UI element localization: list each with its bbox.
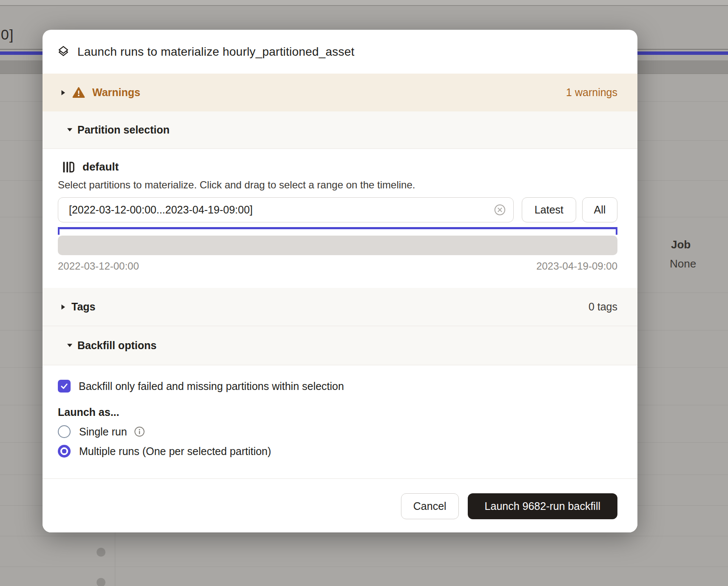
partition-selection-header: Partition selection [77, 124, 170, 136]
background-table-row-line [0, 536, 728, 536]
background-partial-input-text: 0] [1, 26, 14, 43]
dialog-header: Launch runs to materialize hourly_partit… [43, 30, 637, 74]
backfill-options-body: Backfill only failed and missing partiti… [43, 365, 637, 478]
launch-runs-dialog: Launch runs to materialize hourly_partit… [43, 30, 637, 532]
chevron-right-icon [61, 90, 65, 96]
tags-count-badge: 0 tags [589, 301, 617, 313]
partition-range-row: Latest All [58, 197, 617, 222]
launch-backfill-button[interactable]: Launch 9682-run backfill [468, 493, 617, 519]
all-button[interactable]: All [582, 197, 617, 222]
cancel-button[interactable]: Cancel [401, 493, 459, 519]
chevron-down-icon [67, 128, 73, 132]
background-table-row-line [0, 566, 728, 567]
partition-dimension-name: default [82, 160, 119, 174]
checkbox-checked-icon[interactable] [58, 380, 71, 393]
timeline-end-label: 2023-04-19-09:00 [536, 260, 617, 272]
warnings-count-badge: 1 warnings [566, 86, 617, 99]
range-end-tick [616, 229, 617, 235]
partition-help-text: Select partitions to materialize. Click … [58, 179, 617, 191]
chevron-right-icon [61, 304, 65, 310]
partition-timeline[interactable] [58, 236, 617, 255]
dialog-footer: Cancel Launch 9682-run backfill [43, 478, 637, 532]
background-status-dot [97, 578, 105, 586]
single-run-radio[interactable]: Single run [58, 425, 617, 438]
backfill-only-failed-checkbox[interactable]: Backfill only failed and missing partiti… [58, 365, 617, 393]
single-run-label: Single run [79, 426, 127, 438]
radio-selected-icon[interactable] [58, 445, 71, 458]
radio-unselected-icon[interactable] [58, 425, 71, 438]
spacer [139, 260, 536, 272]
partition-range-input-wrap [58, 197, 514, 222]
checkbox-label: Backfill only failed and missing partiti… [79, 380, 344, 393]
partition-dimension-row: default [58, 149, 617, 174]
background-job-column-header: Job [671, 238, 691, 251]
background-toolbar [0, 0, 728, 6]
multiple-runs-label: Multiple runs (One per selected partitio… [79, 445, 271, 458]
latest-button[interactable]: Latest [522, 197, 576, 222]
range-start-tick [58, 229, 60, 235]
tags-header: Tags [71, 301, 96, 313]
partition-selection-body: default Select partitions to materialize… [43, 149, 637, 288]
tags-section-toggle[interactable]: Tags 0 tags [43, 288, 637, 326]
partition-set-icon [62, 161, 75, 174]
chevron-down-icon [67, 344, 73, 347]
multiple-runs-radio[interactable]: Multiple runs (One per selected partitio… [58, 445, 617, 458]
clear-selection-button[interactable] [494, 204, 506, 216]
materialize-layers-icon [57, 45, 70, 59]
warnings-label: Warnings [92, 86, 140, 99]
background-status-dot [97, 548, 105, 557]
warnings-section-toggle[interactable]: Warnings 1 warnings [43, 74, 637, 111]
backfill-options-header: Backfill options [77, 339, 156, 352]
timeline-start-label: 2022-03-12-00:00 [58, 260, 139, 272]
backfill-options-toggle[interactable]: Backfill options [43, 326, 637, 365]
dialog-title: Launch runs to materialize hourly_partit… [77, 45, 354, 59]
background-job-column-value: None [670, 257, 696, 270]
info-icon[interactable] [134, 426, 145, 437]
timeline-date-labels: 2022-03-12-00:00 2023-04-19-09:00 [58, 260, 617, 272]
partition-selection-range-indicator [58, 227, 617, 229]
partition-selection-toggle[interactable]: Partition selection [43, 111, 637, 149]
launch-as-label: Launch as... [58, 406, 617, 418]
warning-icon [72, 87, 85, 98]
partition-range-input[interactable] [58, 197, 514, 222]
